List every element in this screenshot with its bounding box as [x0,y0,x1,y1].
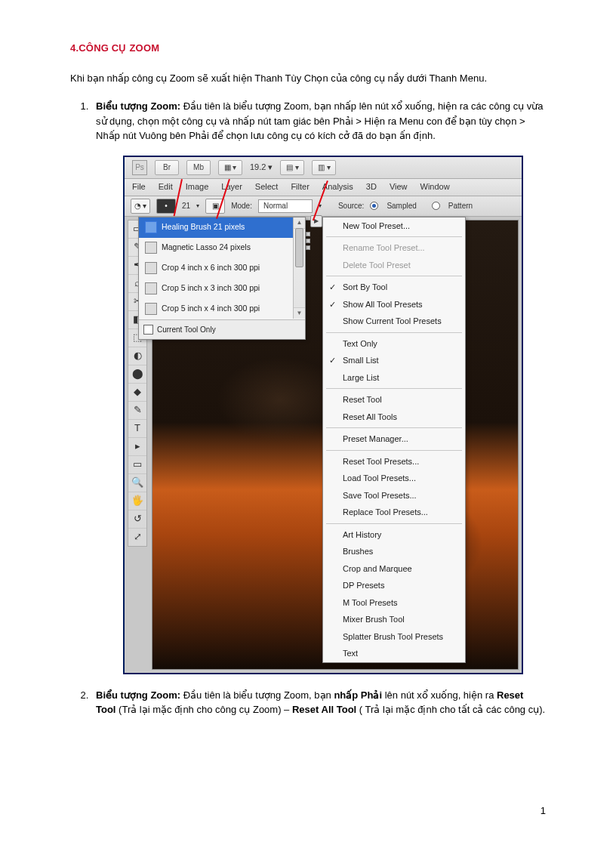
ctx-dp-presets[interactable]: DP Presets [323,577,465,594]
ctx-delete-tool-preset: Delete Tool Preset [323,257,465,274]
preset-label: Crop 5 inch x 4 inch 300 ppi [162,303,260,315]
tool-preset-picker[interactable]: ◔ ▾ [131,199,150,214]
ctx-mixer-brush[interactable]: Mixer Brush Tool [323,611,465,628]
ctx-reset-presets[interactable]: Reset Tool Presets... [323,453,465,470]
item2-bold1: Biểu tượng Zoom: [96,689,180,701]
tool-preset-context-menu: New Tool Preset... Rename Tool Preset...… [322,217,466,663]
menu-image[interactable]: Image [186,180,209,193]
ctx-m-tool-presets[interactable]: M Tool Presets [323,594,465,612]
check-icon: ✓ [329,281,336,294]
ctx-brushes[interactable]: Brushes [323,543,465,560]
check-icon: ✓ [329,354,336,367]
menu-separator [326,332,462,333]
tool-zoom-icon[interactable]: 🔍 [128,474,146,492]
mode-label: Mode: [231,200,252,211]
preset-label: Crop 4 inch x 6 inch 300 ppi [162,262,260,274]
menu-filter[interactable]: Filter [291,180,309,193]
flyout-menu-button[interactable]: ▶ [310,215,322,227]
preset-item-selected[interactable]: Healing Brush 21 pixels [139,217,305,238]
item2-text4: ( Trả lại mặc định cho tất cả các công c… [356,704,545,715]
ctx-art-history[interactable]: Art History [323,526,465,544]
menu-view[interactable]: View [390,180,408,193]
source-sampled-radio[interactable] [370,202,378,210]
brush-thumb-icon[interactable]: • [156,199,176,214]
tool-hand-icon[interactable]: 🖐 [128,492,146,510]
ctx-text-only[interactable]: Text Only [323,335,465,353]
preset-item[interactable]: Crop 5 inch x 4 inch 300 ppi [139,299,305,319]
ctx-show-current-presets[interactable]: Show Current Tool Presets [323,313,465,330]
check-icon: ✓ [329,298,336,311]
ordered-list: Biểu tượng Zoom: Đầu tiên là biểu tượng … [70,99,546,717]
scroll-thumb[interactable] [295,228,303,267]
source-pattern-label: Pattern [448,200,473,211]
mode-select[interactable]: Normal [258,199,313,213]
item1-bold: Biểu tượng Zoom: [96,100,180,112]
ctx-sort-by-tool[interactable]: ✓Sort By Tool [323,279,465,296]
item2-bold4: Reset All Tool [292,704,356,715]
item2-text2: lên nút xổ xuống, hiện ra [382,689,497,701]
menu-separator [326,276,462,276]
preset-footer: Current Tool Only [139,319,305,339]
bridge-button[interactable]: Br [155,160,179,175]
ctx-replace-presets[interactable]: Replace Tool Presets... [323,504,465,521]
ps-options-bar: ◔ ▾ • 21▾ ▣ Mode: Normal ▾ Source: Sampl… [125,196,522,217]
tool-dodge-icon[interactable]: ◐ [128,347,146,365]
tool-gradient-icon[interactable]: ◆ [128,384,146,402]
menu-select[interactable]: Select [255,180,279,193]
menu-file[interactable]: File [132,180,146,193]
page-number: 1 [541,803,546,819]
ctx-splatter-brush[interactable]: Splatter Brush Tool Presets [323,628,465,646]
ctx-show-all-presets[interactable]: ✓Show All Tool Presets [323,296,465,313]
tool-path-icon[interactable]: ▸ [128,438,146,456]
scroll-up-icon[interactable]: ▲ [294,217,305,229]
ctx-load-presets[interactable]: Load Tool Presets... [323,470,465,487]
brush-size-label: 21 [182,200,190,211]
menu-separator [326,236,462,237]
menu-separator [326,450,462,451]
source-pattern-radio[interactable] [432,202,440,210]
menu-separator [326,388,462,389]
preset-label: Crop 5 inch x 3 inch 300 ppi [162,282,260,294]
tool-pencil-icon[interactable]: ✎ [128,402,146,420]
zoom-level[interactable]: 19.2 ▾ [250,161,273,174]
menu-window[interactable]: Window [420,180,450,193]
ps-titlebar: Ps Br Mb ▦ ▾ 19.2 ▾ ▤ ▾ ▥ ▾ [125,157,522,179]
menu-3d[interactable]: 3D [366,180,377,193]
ctx-crop-marquee[interactable]: Crop and Marquee [323,560,465,578]
menu-edit[interactable]: Edit [159,180,173,193]
current-tool-only-checkbox[interactable] [143,325,153,335]
ctx-reset-tool[interactable]: Reset Tool [323,391,465,409]
minibridge-button[interactable]: Mb [186,160,211,175]
ctx-save-presets[interactable]: Save Tool Presets... [323,487,465,504]
preset-item[interactable]: Crop 5 inch x 3 inch 300 ppi [139,279,305,299]
tool-shape-icon[interactable]: ▭ [128,456,146,474]
preset-scrollbar[interactable]: ▲ ▼ [293,217,305,319]
healing-brush-icon [145,221,157,233]
ctx-new-tool-preset[interactable]: New Tool Preset... [323,217,465,235]
tool-blur-icon[interactable]: ⬤ [128,365,146,384]
item2-text3: (Trả lại mặc định cho công cụ Zoom) – [116,704,291,715]
ctx-small-list[interactable]: ✓Small List [323,352,465,369]
menu-separator [326,523,462,524]
ctx-text-preset[interactable]: Text [323,645,465,662]
screenmode-button[interactable]: ▦ ▾ [218,160,242,175]
tool-fullscreen-icon[interactable]: ⤢ [128,529,146,546]
extra-button[interactable]: ▥ ▾ [312,160,336,175]
preset-item[interactable]: Crop 4 inch x 6 inch 300 ppi [139,258,305,279]
current-tool-only-label: Current Tool Only [157,324,216,335]
tool-type-icon[interactable]: T [128,420,146,438]
magnetic-lasso-icon [145,242,157,254]
preset-item[interactable]: Magnetic Lasso 24 pixels [139,238,305,258]
ctx-large-list[interactable]: Large List [323,369,465,387]
tool-rotate-icon[interactable]: ↺ [128,510,146,529]
panel-gripper-icon[interactable] [306,232,310,307]
arrange-button[interactable]: ▤ ▾ [280,160,304,175]
ctx-preset-manager[interactable]: Preset Manager... [323,430,465,448]
section-title: 4.CÔNG CỤ ZOOM [70,41,546,56]
source-sampled-label: Sampled [387,200,416,211]
item2-text1: Đầu tiên là biểu tượng Zoom, bạn [180,689,334,701]
ctx-rename-tool-preset: Rename Tool Preset... [323,239,465,257]
ctx-reset-all-tools[interactable]: Reset All Tools [323,409,465,426]
scroll-down-icon[interactable]: ▼ [294,307,305,319]
intro-paragraph: Khi bạn nhấp công cụ Zoom sẽ xuất hiện T… [70,71,546,86]
